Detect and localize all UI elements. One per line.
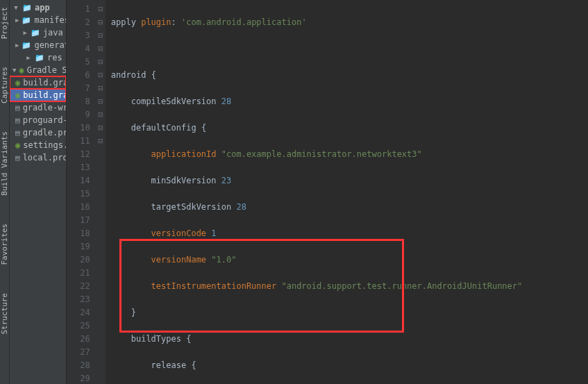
code-token: 'com.android.application' bbox=[181, 17, 307, 27]
expand-arrow-icon[interactable] bbox=[12, 4, 19, 11]
code-token: minSdkVersion bbox=[151, 176, 217, 185]
project-tab[interactable]: Project bbox=[0, 3, 9, 42]
code-token: release bbox=[151, 360, 187, 370]
code-token: { bbox=[186, 334, 191, 344]
structure-tab[interactable]: Structure bbox=[0, 290, 9, 338]
gradle-file-icon bbox=[15, 78, 20, 87]
tree-label: gradle.properties bbox=[23, 128, 67, 137]
tree-item-proguard-rules[interactable]: proguard-rules.pro bbox=[10, 114, 66, 126]
tree-label: Gradle Scripts bbox=[27, 65, 67, 75]
tree-label: local.properties bbox=[23, 153, 67, 162]
favorites-tab[interactable]: Favorites bbox=[0, 220, 9, 269]
tree-label: proguard-rules.pro bbox=[23, 115, 67, 125]
code-token: 28 bbox=[236, 202, 246, 212]
gradle-file-icon bbox=[15, 140, 20, 150]
tree-item-java[interactable]: java bbox=[10, 26, 66, 39]
tree-item-build-gradle-project[interactable]: build.gradle (Project bbox=[10, 76, 66, 89]
tree-label: res bbox=[47, 53, 62, 62]
tree-item-build-gradle-module[interactable]: build.gradle (Modul bbox=[10, 89, 66, 101]
line-number-gutter: 1234567891011121314151617181920212223242… bbox=[67, 0, 96, 384]
module-icon bbox=[22, 3, 32, 12]
code-token: { bbox=[191, 360, 196, 370]
tree-item-app[interactable]: app bbox=[10, 1, 66, 14]
tree-label: build.gradle bbox=[23, 90, 67, 100]
build-variants-tab[interactable]: Build Variants bbox=[0, 128, 9, 199]
tree-label: manifests bbox=[34, 15, 66, 25]
code-token: { bbox=[201, 123, 206, 133]
tree-label: generatedJava bbox=[34, 40, 66, 50]
fold-gutter: ⊟⊟⊟⊟⊟⊟⊟⊟⊟⊟⊟ bbox=[96, 0, 106, 384]
code-token: versionName bbox=[151, 255, 206, 265]
code-token: targetSdkVersion bbox=[151, 202, 232, 212]
code-token: versionCode bbox=[151, 228, 206, 238]
code-token: "1.0" bbox=[211, 255, 236, 265]
code-content[interactable]: apply plugin: 'com.android.application' … bbox=[106, 0, 588, 384]
expand-arrow-icon[interactable] bbox=[12, 67, 16, 74]
folder-icon bbox=[35, 53, 44, 62]
tree-item-res[interactable]: res bbox=[10, 51, 66, 64]
folder-icon bbox=[22, 15, 31, 25]
code-token: "android.support.test.runner.AndroidJUni… bbox=[281, 281, 522, 291]
code-token: plugin bbox=[141, 17, 171, 27]
expand-arrow-icon[interactable] bbox=[15, 17, 19, 24]
folder-icon bbox=[31, 28, 40, 37]
code-token: "com.example.administrator.networktext3" bbox=[221, 149, 422, 159]
code-editor[interactable]: 1234567891011121314151617181920212223242… bbox=[67, 0, 588, 384]
code-token: 23 bbox=[221, 176, 231, 185]
code-token: testInstrumentationRunner bbox=[151, 281, 277, 291]
code-token: 28 bbox=[221, 97, 231, 106]
code-token: { bbox=[151, 70, 156, 80]
code-token: applicationId bbox=[151, 149, 217, 159]
code-token: 1 bbox=[211, 228, 216, 238]
expand-arrow-icon[interactable] bbox=[22, 29, 27, 36]
tree-item-settings-gradle[interactable]: settings.gradle (Pro bbox=[10, 139, 66, 151]
tree-item-local-properties[interactable]: local.properties (SD bbox=[10, 151, 66, 164]
tree-label: java bbox=[43, 28, 63, 37]
tool-window-tabs: Project Captures Build Variants Favorite… bbox=[0, 0, 10, 384]
code-token: compileSdkVersion bbox=[131, 97, 217, 106]
expand-arrow-icon[interactable] bbox=[25, 54, 32, 61]
project-sidebar: app manifests java generatedJava res bbox=[10, 0, 67, 384]
tree-item-gradle-properties[interactable]: gradle.properties (P bbox=[10, 126, 66, 139]
code-token: apply bbox=[111, 17, 136, 27]
code-token: defaultConfig bbox=[131, 123, 196, 133]
tree-label: settings.gradle bbox=[23, 140, 67, 150]
tree-label: app bbox=[35, 3, 50, 12]
expand-arrow-icon[interactable] bbox=[15, 42, 19, 49]
file-icon bbox=[15, 115, 20, 125]
gradle-file-icon bbox=[15, 90, 20, 100]
tree-item-gradle-wrapper[interactable]: gradle-wrapper.pro bbox=[10, 101, 66, 114]
code-token: } bbox=[131, 308, 136, 317]
folder-icon bbox=[22, 40, 31, 50]
properties-file-icon bbox=[15, 153, 20, 162]
tree-item-gradle-scripts[interactable]: Gradle Scripts bbox=[10, 64, 66, 76]
code-token: buildTypes bbox=[131, 334, 181, 344]
tree-item-manifests[interactable]: manifests bbox=[10, 14, 66, 26]
tree-item-generated-java[interactable]: generatedJava bbox=[10, 39, 66, 51]
properties-file-icon bbox=[15, 128, 20, 137]
code-token: android bbox=[111, 70, 146, 80]
captures-tab[interactable]: Captures bbox=[0, 63, 9, 107]
project-tree: app manifests java generatedJava res bbox=[10, 0, 66, 165]
tree-label: gradle-wrapper.pro bbox=[23, 103, 67, 112]
tree-label: build.gradle bbox=[23, 78, 67, 87]
properties-file-icon bbox=[15, 103, 20, 112]
gradle-icon bbox=[19, 65, 24, 75]
